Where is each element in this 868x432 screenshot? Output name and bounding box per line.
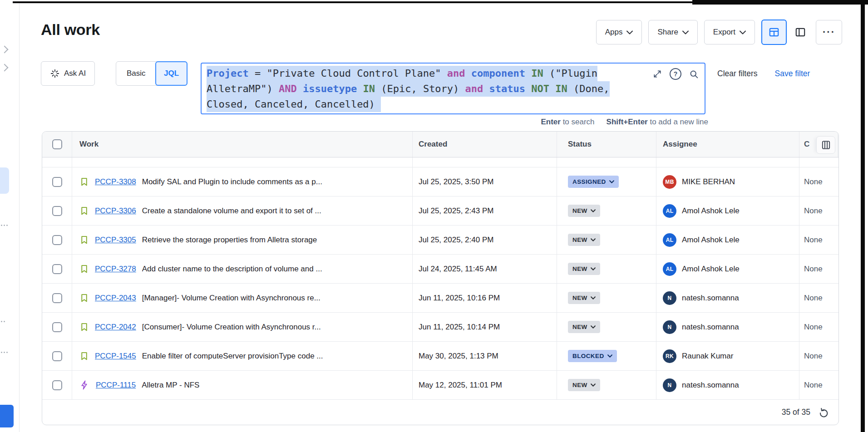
work-table: WorkCreatedStatusAssigneeC PCCP-3308Modi…	[42, 131, 839, 425]
column-header-label: C	[804, 140, 809, 149]
issue-summary: Retrieve the storage properties from All…	[142, 236, 317, 245]
chevron-right-icon	[1, 46, 9, 54]
status-badge[interactable]: NEW	[568, 292, 600, 304]
apps-button[interactable]: Apps	[596, 20, 642, 44]
chevron-down-icon	[591, 267, 596, 270]
chevron-right-icon	[1, 64, 9, 72]
created-cell: Jun 11, 2025, 10:16 PM	[413, 284, 557, 312]
save-filter-button[interactable]: Save filter	[775, 69, 810, 79]
issue-key-link[interactable]: PCCP-3308	[95, 177, 136, 187]
status-badge[interactable]: NEW	[568, 321, 600, 333]
export-button-label: Export	[713, 28, 735, 37]
story-icon	[79, 293, 89, 303]
column-header-status[interactable]: Status	[557, 132, 656, 157]
column-header-created[interactable]: Created	[413, 132, 557, 157]
ai-sparkle-icon	[50, 69, 60, 79]
status-label: NEW	[572, 236, 587, 243]
page-title: All work	[41, 21, 100, 39]
assignee-name: Amol Ashok Lele	[682, 236, 740, 245]
row-checkbox[interactable]	[52, 351, 62, 361]
issue-key-link[interactable]: PCCP-1115	[96, 381, 136, 390]
jql-query-input[interactable]: Project = "Private Cloud Control Plane" …	[201, 63, 705, 114]
table-row: PCCP-3308Modify SAL and Plugin to includ…	[42, 167, 838, 196]
chevron-down-icon	[682, 30, 689, 34]
row-checkbox[interactable]	[52, 380, 62, 390]
extra-column-cell: None	[799, 284, 838, 312]
clear-filters-button[interactable]: Clear filters	[717, 69, 758, 79]
epic-icon	[79, 380, 90, 390]
hint-enter-key: Enter	[541, 118, 560, 126]
chevron-down-icon	[591, 296, 596, 299]
search-icon[interactable]	[689, 69, 699, 79]
ask-ai-button[interactable]: Ask AI	[41, 61, 95, 86]
extra-column-cell: None	[799, 196, 838, 225]
row-checkbox[interactable]	[52, 264, 62, 274]
chevron-down-icon	[607, 354, 612, 358]
created-cell: Jul 25, 2025, 2:40 PM	[413, 226, 557, 254]
chevron-down-icon	[591, 325, 596, 329]
export-button[interactable]: Export	[704, 20, 755, 44]
avatar: MB	[663, 175, 676, 189]
configure-columns-button[interactable]	[816, 136, 835, 154]
refresh-button[interactable]	[818, 407, 829, 417]
more-actions-button[interactable]: ···	[816, 20, 842, 44]
expand-icon[interactable]	[653, 69, 662, 79]
search-hint: Enter to searchShift+Enter to add a new …	[541, 118, 708, 127]
row-checkbox[interactable]	[52, 235, 62, 245]
detail-view-button[interactable]	[791, 20, 809, 44]
row-checkbox[interactable]	[52, 177, 62, 187]
row-checkbox[interactable]	[52, 206, 62, 216]
status-badge[interactable]: ASSIGNED	[568, 176, 619, 188]
extra-column-cell: None	[799, 371, 838, 399]
table-row: PCCP-2042[Consumer]- Volume Creation wit…	[42, 313, 838, 342]
issue-summary: Alletra MP - NFS	[142, 381, 199, 390]
window-top-right-border	[692, 0, 868, 5]
chevron-down-icon	[591, 238, 596, 241]
column-header-work[interactable]: Work	[72, 132, 413, 157]
table-header-row: WorkCreatedStatusAssigneeC	[42, 132, 838, 157]
issue-key-link[interactable]: PCCP-3306	[95, 206, 136, 216]
assignee-name: Amol Ashok Lele	[682, 265, 740, 274]
created-cell: Jul 24, 2025, 11:45 AM	[413, 255, 557, 283]
status-badge[interactable]: BLOCKED	[568, 350, 617, 362]
list-view-button[interactable]	[761, 20, 787, 45]
issue-key-link[interactable]: PCCP-3305	[95, 236, 136, 245]
issue-summary: Modify SAL and Plugin to include comment…	[142, 177, 322, 187]
sidebar-ellipsis-fragment	[1, 352, 8, 353]
status-label: NEW	[572, 324, 587, 330]
jql-mode-tab[interactable]: JQL	[155, 61, 187, 86]
avatar: RK	[663, 349, 676, 363]
table-row: PCCP-3306Create a standalone volume and …	[42, 196, 838, 226]
issue-key-link[interactable]: PCCP-2043	[95, 294, 136, 303]
issue-key-link[interactable]: PCCP-2042	[95, 323, 136, 332]
created-cell: May 30, 2025, 1:13 PM	[413, 342, 557, 370]
created-cell: Jun 11, 2025, 10:14 PM	[413, 313, 557, 341]
status-label: NEW	[572, 295, 587, 301]
issue-key-link[interactable]: PCCP-3278	[95, 265, 136, 274]
columns-icon	[821, 140, 831, 150]
basic-mode-tab[interactable]: Basic	[116, 69, 156, 78]
jql-query: Project = "Private Cloud Control Plane" …	[207, 66, 705, 112]
share-button[interactable]: Share	[648, 20, 697, 44]
table-footer: 35 of 35	[42, 400, 838, 425]
extra-column-cell: None	[799, 313, 838, 341]
story-icon	[79, 322, 89, 332]
table-row: PCCP-1545Enable filter of computeServer …	[42, 342, 838, 371]
ask-ai-label: Ask AI	[64, 69, 86, 78]
story-icon	[79, 235, 89, 245]
story-icon	[79, 264, 89, 274]
story-icon	[79, 351, 89, 361]
avatar: N	[663, 320, 676, 334]
help-icon[interactable]: ?	[670, 68, 681, 80]
status-badge[interactable]: NEW	[568, 263, 600, 275]
issue-key-link[interactable]: PCCP-1545	[95, 352, 136, 361]
select-all-checkbox[interactable]	[52, 139, 62, 149]
status-badge[interactable]: NEW	[568, 205, 600, 217]
created-cell: May 12, 2025, 11:01 PM	[413, 371, 557, 399]
status-badge[interactable]: NEW	[568, 234, 600, 246]
jql-input-icons: ?	[653, 68, 699, 80]
status-badge[interactable]: NEW	[568, 379, 600, 391]
column-header-assignee[interactable]: Assignee	[656, 132, 799, 157]
row-checkbox[interactable]	[52, 293, 62, 303]
row-checkbox[interactable]	[52, 322, 62, 332]
